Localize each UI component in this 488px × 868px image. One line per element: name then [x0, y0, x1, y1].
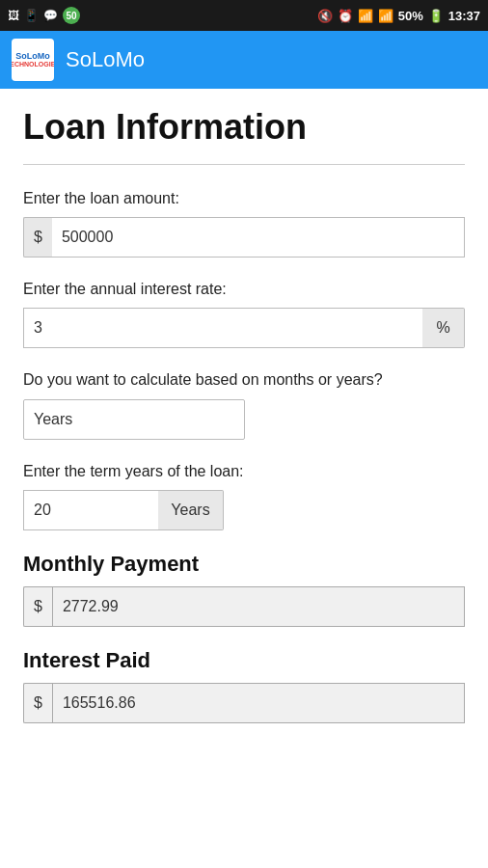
interest-rate-label: Enter the annual interest rate: [23, 279, 465, 300]
battery-icon: 🔋 [428, 9, 444, 23]
monthly-payment-prefix: $ [23, 586, 52, 627]
mute-icon: 🔇 [317, 9, 333, 23]
loan-amount-row: $ [23, 217, 465, 258]
interest-rate-group: Enter the annual interest rate: % [23, 279, 465, 348]
app-logo: SoLoMo TECHNOLOGIES [12, 39, 54, 81]
status-bar: 🖼 📱 💬 50 🔇 ⏰ 📶 📶 50% 🔋 13:37 [0, 0, 488, 31]
whatsapp-icon: 📱 [24, 9, 39, 22]
loan-amount-input[interactable] [52, 217, 465, 258]
monthly-payment-row: $ 2772.99 [23, 586, 465, 627]
monthly-payment-group: Monthly Payment $ 2772.99 [23, 552, 465, 627]
app-logo-text: SoLoMo TECHNOLOGIES [12, 52, 54, 68]
battery-text: 50% [398, 9, 423, 23]
term-row: Years [23, 490, 465, 530]
clock: 13:37 [448, 9, 480, 23]
term-label: Enter the term years of the loan: [23, 461, 465, 482]
calculation-type-label: Do you want to calculate based on months… [23, 369, 465, 391]
app-title: SoLoMo [66, 47, 145, 72]
term-suffix: Years [158, 490, 224, 530]
loan-amount-group: Enter the loan amount: $ [23, 188, 465, 258]
calculation-type-input[interactable] [23, 399, 245, 440]
interest-paid-value: 165516.86 [52, 683, 465, 723]
interest-paid-prefix: $ [23, 683, 52, 723]
status-left: 🖼 📱 💬 50 [8, 7, 80, 24]
interest-rate-row: % [23, 308, 465, 348]
page-title: Loan Information [23, 108, 465, 147]
gallery-icon: 🖼 [8, 9, 19, 22]
interest-paid-group: Interest Paid $ 165516.86 [23, 648, 465, 723]
signal-icon: 📶 [378, 9, 393, 23]
app-bar: SoLoMo TECHNOLOGIES SoLoMo [0, 31, 488, 89]
main-content: Loan Information Enter the loan amount: … [0, 89, 488, 773]
interest-rate-input[interactable] [23, 308, 422, 348]
sms-icon: 💬 [43, 9, 58, 22]
term-group: Enter the term years of the loan: Years [23, 461, 465, 530]
interest-paid-row: $ 165516.86 [23, 683, 465, 723]
term-input[interactable] [23, 490, 158, 530]
alarm-icon: ⏰ [338, 9, 353, 23]
status-right: 🔇 ⏰ 📶 📶 50% 🔋 13:37 [317, 9, 480, 23]
calculation-type-row [23, 399, 465, 440]
interest-rate-suffix: % [422, 308, 465, 348]
loan-amount-label: Enter the loan amount: [23, 188, 465, 209]
calculation-type-group: Do you want to calculate based on months… [23, 369, 465, 439]
divider [23, 164, 465, 165]
interest-paid-title: Interest Paid [23, 648, 465, 673]
notification-count: 50 [63, 7, 80, 24]
monthly-payment-title: Monthly Payment [23, 552, 465, 577]
wifi-icon: 📶 [358, 9, 373, 23]
loan-amount-prefix: $ [23, 217, 52, 258]
monthly-payment-value: 2772.99 [52, 586, 465, 627]
